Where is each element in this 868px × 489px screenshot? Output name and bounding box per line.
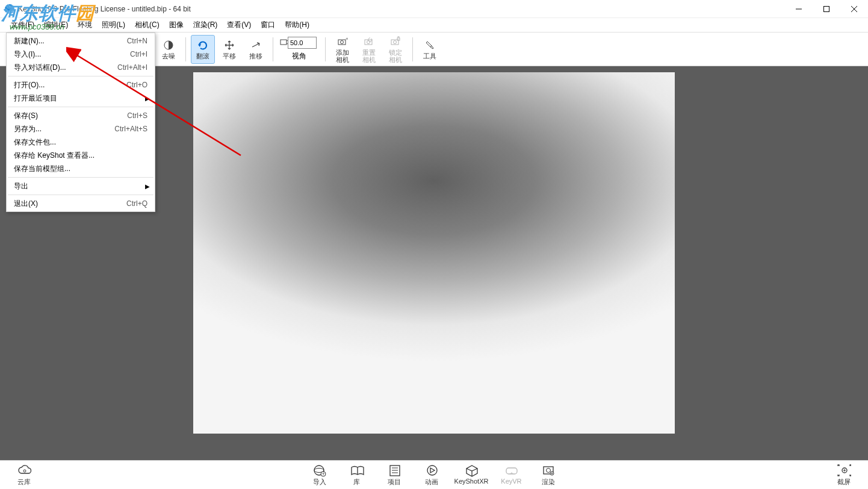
cloud-icon <box>17 463 31 478</box>
vr-icon <box>504 463 518 478</box>
svg-marker-25 <box>430 468 435 473</box>
svg-point-11 <box>367 41 370 44</box>
dropdown-shortcut: Ctrl+Alt+I <box>117 63 147 72</box>
submenu-arrow-icon: ▶ <box>145 95 150 102</box>
svg-text:+: + <box>346 36 348 42</box>
dropdown-separator <box>8 107 153 107</box>
file-dropdown: 新建(N)...Ctrl+N导入(I)...Ctrl+I导入对话框(D)...C… <box>6 33 155 212</box>
screenshot-button[interactable]: 截屏 <box>829 463 858 487</box>
menu-view[interactable]: 查看(V) <box>222 18 256 32</box>
keyshotxr-button[interactable]: KeyShotXR <box>454 463 489 487</box>
dropdown-item[interactable]: 退出(X)Ctrl+Q <box>7 197 155 210</box>
dropdown-item[interactable]: 打开(O)...Ctrl+O <box>7 78 155 92</box>
svg-point-13 <box>394 41 397 44</box>
fov-input[interactable] <box>288 37 317 49</box>
dropdown-item[interactable]: 保存(S)Ctrl+S <box>7 109 155 122</box>
import-icon: + <box>312 463 327 478</box>
dropdown-shortcut: Ctrl+N <box>127 37 147 45</box>
dropdown-item[interactable]: 新建(N)...Ctrl+N <box>7 34 155 48</box>
dropdown-item[interactable]: 打开最近项目▶ <box>7 92 155 105</box>
menu-edit[interactable]: 编辑(E) <box>39 18 73 32</box>
maximize-button[interactable] <box>813 0 840 18</box>
pan-button[interactable]: 平移 <box>217 35 241 64</box>
dropdown-separator <box>8 177 153 178</box>
tools-button[interactable]: 工具 <box>418 35 442 64</box>
dropdown-item-label: 保存文件包... <box>14 137 147 148</box>
add-camera-button[interactable]: + 添加 相机 <box>330 35 355 64</box>
svg-marker-5 <box>198 44 201 47</box>
svg-point-15 <box>23 470 26 472</box>
titlebar: KeyShot 9.0 Pro Floating License - untit… <box>0 0 868 18</box>
dropdown-shortcut: Ctrl+Q <box>126 199 147 208</box>
menu-environment[interactable]: 环境 <box>73 18 97 32</box>
render-icon <box>541 463 556 478</box>
submenu-arrow-icon: ▶ <box>145 183 150 190</box>
dropdown-item[interactable]: 导入对话框(D)...Ctrl+Alt+I <box>7 61 155 74</box>
toolbar-separator <box>185 37 186 61</box>
lock-camera-button[interactable]: 锁定 相机 <box>383 35 408 64</box>
menu-window[interactable]: 窗口 <box>256 18 280 32</box>
keyvr-button[interactable]: KeyVR <box>497 463 525 487</box>
app-icon <box>5 4 14 14</box>
dropdown-item-label: 保存当前模型组... <box>14 164 147 174</box>
tumble-button[interactable]: 翻滚 <box>191 35 215 64</box>
add-camera-icon: + <box>336 36 349 48</box>
menu-file[interactable]: 文件(F) <box>6 18 39 32</box>
dropdown-item-label: 打开(O)... <box>14 80 126 90</box>
render-button[interactable]: 渲染 <box>534 463 563 487</box>
svg-point-24 <box>427 466 437 475</box>
dropdown-shortcut: Ctrl+I <box>130 50 147 58</box>
dropdown-item-label: 退出(X) <box>14 199 126 209</box>
xr-icon <box>464 463 479 478</box>
menu-help[interactable]: 帮助(H) <box>280 18 314 32</box>
dropdown-shortcut: Ctrl+Alt+S <box>114 125 147 133</box>
dropdown-item[interactable]: 导入(I)...Ctrl+I <box>7 48 155 61</box>
dropdown-item-label: 导入对话框(D)... <box>14 63 117 73</box>
dropdown-item[interactable]: 保存当前模型组... <box>7 162 155 175</box>
library-icon <box>350 463 364 478</box>
menu-lighting[interactable]: 照明(L) <box>97 18 130 32</box>
svg-rect-1 <box>824 7 829 12</box>
dropdown-item[interactable]: 保存文件包... <box>7 135 155 149</box>
dropdown-item[interactable]: 保存给 KeyShot 查看器... <box>7 149 155 162</box>
render-view[interactable] <box>193 72 675 434</box>
dropdown-shortcut: Ctrl+O <box>126 81 147 89</box>
minimize-button[interactable] <box>785 0 813 18</box>
toolbar-separator <box>273 37 273 61</box>
close-button[interactable] <box>840 0 868 18</box>
toolbar-separator <box>412 37 413 61</box>
menu-image[interactable]: 图像 <box>164 18 188 32</box>
svg-point-8 <box>341 41 344 44</box>
dropdown-item-label: 新建(N)... <box>14 36 127 46</box>
lock-camera-icon <box>389 36 401 48</box>
dropdown-item-label: 导入(I)... <box>14 49 130 60</box>
import-button[interactable]: + 导入 <box>305 463 334 487</box>
pan-icon <box>223 39 235 51</box>
dolly-button[interactable]: 推移 <box>244 35 268 64</box>
dropdown-item-label: 另存为... <box>14 124 114 134</box>
dropdown-item[interactable]: 导出▶ <box>7 179 155 193</box>
svg-rect-6 <box>281 40 287 45</box>
dropdown-item[interactable]: 另存为...Ctrl+Alt+S <box>7 122 155 135</box>
svg-text:+: + <box>321 471 324 477</box>
tumble-icon <box>197 39 209 51</box>
dropdown-item-label: 打开最近项目 <box>14 93 147 104</box>
animation-button[interactable]: 动画 <box>417 463 446 487</box>
menu-render[interactable]: 渲染(R) <box>188 18 223 32</box>
reset-camera-icon <box>363 36 375 48</box>
screenshot-icon <box>837 463 851 478</box>
denoise-button[interactable]: 去噪 <box>157 35 181 64</box>
project-button[interactable]: 项目 <box>380 463 409 487</box>
dolly-icon <box>250 39 262 51</box>
library-button[interactable]: 库 <box>343 463 371 487</box>
menubar: 文件(F) 编辑(E) 环境 照明(L) 相机(C) 图像 渲染(R) 查看(V… <box>0 18 868 33</box>
menu-camera[interactable]: 相机(C) <box>130 18 164 32</box>
window-title: KeyShot 9.0 Pro Floating License - untit… <box>18 5 191 13</box>
dropdown-item-label: 保存给 KeyShot 查看器... <box>14 151 147 161</box>
svg-point-28 <box>547 469 551 473</box>
cloud-library-button[interactable]: 云库 <box>10 463 39 487</box>
dropdown-separator <box>8 76 153 76</box>
dropdown-item-label: 导出 <box>14 181 147 192</box>
reset-camera-button[interactable]: 重置 相机 <box>357 35 381 64</box>
dropdown-shortcut: Ctrl+S <box>127 111 147 120</box>
